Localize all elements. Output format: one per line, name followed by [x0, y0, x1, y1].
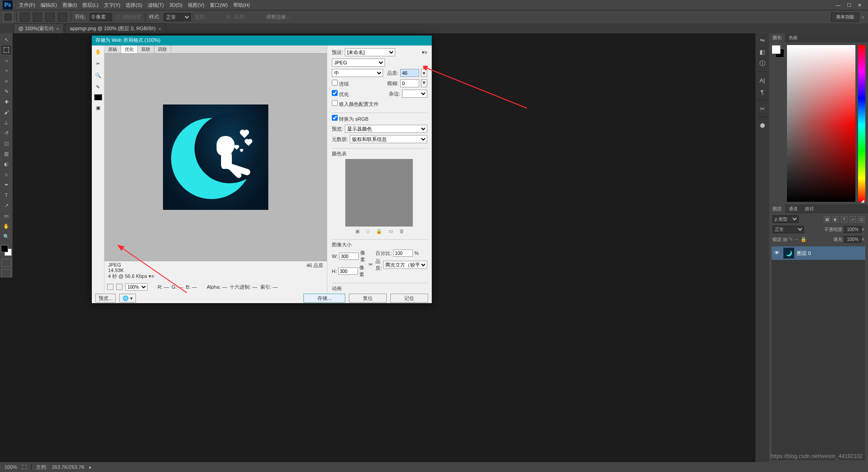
- menu-edit[interactable]: 编辑(E): [38, 2, 60, 9]
- blur-tool-icon[interactable]: ◐: [1, 159, 11, 168]
- color-swatch[interactable]: [1, 245, 12, 256]
- zoom-level[interactable]: 100%: [5, 464, 17, 470]
- path-tool-icon[interactable]: ↗: [1, 201, 11, 210]
- ct-icon[interactable]: ◇: [366, 228, 370, 234]
- marquee-tool-icon[interactable]: [1, 45, 11, 54]
- minimize-button[interactable]: —: [836, 2, 841, 8]
- quality-input[interactable]: [400, 69, 419, 77]
- brush-tool-icon[interactable]: 🖌: [1, 108, 11, 117]
- healing-tool-icon[interactable]: ✚: [1, 97, 11, 106]
- screenmode-icon[interactable]: [1, 269, 11, 277]
- tab-channels[interactable]: 通道: [785, 204, 801, 213]
- shape-tool-icon[interactable]: ▭: [1, 211, 11, 220]
- zoom-select[interactable]: 100%: [125, 283, 148, 290]
- wand-tool-icon[interactable]: ✧: [1, 66, 11, 75]
- quickmask-icon[interactable]: [1, 259, 11, 267]
- refine-edge-button[interactable]: 调整边缘...: [266, 14, 290, 20]
- embed-profile-checkbox[interactable]: 嵌入颜色配置文件: [332, 100, 379, 108]
- adjustments-panel-icon[interactable]: ✂: [757, 104, 767, 113]
- feather-input[interactable]: [90, 13, 112, 21]
- style-select[interactable]: 正常: [164, 13, 191, 21]
- menu-file[interactable]: 文件(F): [16, 2, 38, 9]
- format-select[interactable]: JPEG: [332, 59, 385, 67]
- save-button[interactable]: 存储...: [303, 294, 345, 303]
- link-icon[interactable]: ⫘: [368, 261, 373, 267]
- options-menu-icon[interactable]: ▾≡: [422, 50, 427, 55]
- ct-icon[interactable]: ▭: [389, 228, 393, 234]
- preset-select[interactable]: [未命名]: [345, 48, 395, 56]
- chevron-right-icon[interactable]: ▸: [89, 464, 92, 470]
- visibility-icon[interactable]: 👁: [774, 250, 781, 256]
- eyedropper-tool-icon[interactable]: ✎: [94, 82, 103, 91]
- hue-slider[interactable]: [858, 45, 865, 202]
- tab-swatches[interactable]: 色板: [785, 33, 801, 42]
- info-panel-icon[interactable]: ⓘ: [757, 59, 767, 68]
- opacity-input[interactable]: [844, 226, 862, 233]
- convert-srgb-checkbox[interactable]: 转换为 sRGB: [332, 116, 368, 122]
- filter-pixel-icon[interactable]: ▦: [824, 216, 830, 222]
- preview-color-select[interactable]: 显示器颜色: [345, 125, 427, 133]
- zoom-tool-icon[interactable]: 🔍: [1, 232, 11, 241]
- 3d-panel-icon[interactable]: ⬢: [757, 120, 767, 130]
- zoom-tool-icon[interactable]: 🔍: [94, 71, 103, 80]
- close-icon[interactable]: ×: [158, 26, 161, 32]
- menu-3d[interactable]: 3D(D): [167, 2, 185, 8]
- ct-icon[interactable]: ▣: [355, 228, 360, 234]
- menu-type[interactable]: 文字(Y): [101, 2, 123, 9]
- properties-panel-icon[interactable]: ◧: [757, 47, 767, 57]
- matte-select[interactable]: [402, 90, 427, 98]
- crop-tool-icon[interactable]: ⌗: [1, 77, 11, 86]
- menu-filter[interactable]: 滤镜(T): [145, 2, 167, 9]
- slice-tool-icon[interactable]: ✂: [94, 59, 103, 68]
- menu-image[interactable]: 图像(I): [60, 2, 80, 9]
- filter-smart-icon[interactable]: ◫: [858, 216, 864, 222]
- filter-shape-icon[interactable]: ▱: [850, 216, 856, 222]
- width-input[interactable]: [339, 253, 359, 260]
- grid-1-icon[interactable]: [107, 284, 113, 290]
- selection-new-icon[interactable]: [20, 13, 29, 22]
- tab-layers[interactable]: 图层: [769, 204, 785, 213]
- history-panel-icon[interactable]: ⇋: [757, 35, 767, 45]
- grid-2-icon[interactable]: [116, 284, 122, 290]
- height-input[interactable]: [338, 268, 358, 275]
- tab-2up[interactable]: 双联: [138, 45, 154, 53]
- layer-item[interactable]: 👁 图层 0: [772, 246, 865, 260]
- blend-mode-select[interactable]: 正常: [773, 226, 804, 233]
- preview-button[interactable]: 预览...: [95, 294, 116, 303]
- character-panel-icon[interactable]: A|: [757, 75, 767, 85]
- close-icon[interactable]: ×: [56, 26, 59, 32]
- close-button[interactable]: ✕: [858, 2, 862, 8]
- browser-preview-button[interactable]: 🌐 ▾: [119, 294, 136, 303]
- optimized-checkbox[interactable]: 优化: [332, 90, 349, 98]
- progressive-checkbox[interactable]: 连续: [332, 80, 349, 87]
- color-field[interactable]: [787, 45, 855, 202]
- menu-layer[interactable]: 图层(L): [80, 2, 101, 9]
- remember-button[interactable]: 记住: [390, 294, 428, 303]
- tab-color[interactable]: 颜色: [769, 33, 785, 42]
- tab-optimized[interactable]: 优化: [121, 45, 138, 53]
- layer-filter-select[interactable]: ρ 类型: [773, 215, 799, 223]
- tab-paths[interactable]: 路径: [801, 204, 818, 213]
- doc-tab-2[interactable]: appmgr.png @ 100% (图层 0, RGB/8#) ×: [65, 23, 166, 33]
- quality-level-select[interactable]: 中: [332, 69, 383, 77]
- eraser-tool-icon[interactable]: ◫: [1, 139, 11, 148]
- menu-view[interactable]: 视图(V): [185, 2, 207, 9]
- selection-int-icon[interactable]: [58, 13, 67, 22]
- menu-window[interactable]: 窗口(W): [207, 2, 231, 9]
- eyedropper-tool-icon[interactable]: ✎: [1, 87, 11, 96]
- selection-add-icon[interactable]: [33, 13, 42, 22]
- resample-select[interactable]: 两次立方（较平...: [383, 261, 427, 269]
- selection-sub-icon[interactable]: [45, 13, 54, 22]
- gradient-tool-icon[interactable]: ▥: [1, 149, 11, 158]
- preview-canvas[interactable]: [104, 54, 327, 261]
- pen-tool-icon[interactable]: ✒: [1, 180, 11, 189]
- menu-select[interactable]: 选择(S): [123, 2, 145, 9]
- ct-icon[interactable]: 🗑: [399, 228, 404, 234]
- hand-tool-icon[interactable]: ✋: [94, 47, 103, 56]
- doc-tab-1[interactable]: @ 100%(索引#) ×: [14, 23, 64, 33]
- type-tool-icon[interactable]: T: [1, 191, 11, 200]
- metadata-select[interactable]: 版权和联系信息: [350, 135, 427, 143]
- menu-help[interactable]: 帮助(H): [231, 2, 253, 9]
- reset-button[interactable]: 复位: [349, 294, 387, 303]
- fgbg-swatch[interactable]: [772, 45, 784, 58]
